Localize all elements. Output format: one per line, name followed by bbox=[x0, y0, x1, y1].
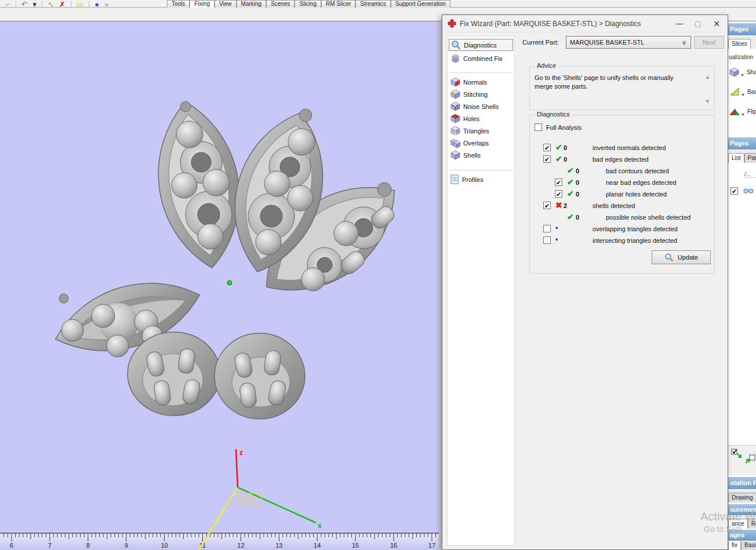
tab-list[interactable]: List bbox=[728, 153, 744, 163]
sidebar-item-stitching[interactable]: Stitching bbox=[449, 88, 513, 100]
sidebar-item-holes[interactable]: Holes bbox=[449, 112, 513, 125]
dropdown-arrow-icon[interactable]: ▼ bbox=[741, 93, 745, 97]
tab-view[interactable]: View bbox=[215, 0, 237, 8]
sidebar-item-normals[interactable]: Normals bbox=[449, 76, 513, 88]
visualization-section-label: ualization bbox=[729, 54, 753, 60]
diagnostic-label: shells detected bbox=[593, 202, 635, 209]
model-part-bottom-right[interactable] bbox=[215, 333, 305, 419]
tab-support-generation[interactable]: Support Generation bbox=[391, 0, 450, 8]
diagnostic-row: ✔✔0bad edges detected bbox=[530, 154, 714, 166]
delete-mark-icon[interactable]: ✗ bbox=[59, 1, 66, 8]
vis-button-label: Flipp bbox=[747, 108, 756, 115]
dropdown-arrow-icon[interactable]: ▼ bbox=[741, 112, 745, 116]
selection-toolbar bbox=[728, 445, 756, 475]
cube-shells-icon bbox=[450, 150, 460, 160]
fix-wizard-dialog: Fix Wizard (Part: MARQUISE BASKET-STL) >… bbox=[442, 14, 728, 550]
sphere-grey-icon[interactable]: ● bbox=[104, 1, 109, 8]
viewport-3d[interactable]: 67891011121314151617 z x WCS bbox=[0, 21, 439, 550]
tab-slices[interactable]: Slices bbox=[728, 39, 751, 49]
sidebar-item-label: Stitching bbox=[463, 91, 488, 98]
folder-icon[interactable]: ▭ bbox=[77, 1, 83, 8]
diagnostic-checkbox[interactable] bbox=[543, 236, 551, 244]
diagnostic-label: overlapping triangles detected bbox=[593, 225, 678, 232]
axis-z-label: z bbox=[239, 449, 243, 457]
vis-button-shad[interactable]: ▼Shad bbox=[729, 63, 756, 81]
mark-icon[interactable]: ➴ bbox=[48, 1, 54, 8]
current-part-dropdown[interactable]: MARQUISE BASKET-STL ∨ bbox=[566, 36, 691, 49]
tab-marking[interactable]: Marking bbox=[237, 0, 267, 8]
close-button[interactable]: ✕ bbox=[708, 16, 725, 31]
dropdown-arrow-icon[interactable]: ▼ bbox=[740, 73, 744, 77]
diagnostic-label: possible noise shells detected bbox=[606, 214, 690, 221]
tab-basic[interactable]: Basic bbox=[741, 541, 756, 550]
tab-tools[interactable]: Tools bbox=[167, 0, 190, 8]
annotation-pages-header[interactable]: otation Pa bbox=[728, 477, 756, 489]
vis-button-flipp[interactable]: ▼Flipp bbox=[729, 103, 756, 120]
axis-x-label: x bbox=[318, 522, 322, 530]
model-part-left-leaf[interactable] bbox=[147, 96, 251, 274]
tab-fix[interactable]: fix bbox=[728, 541, 741, 550]
vis-button-label: Shad bbox=[747, 69, 756, 75]
select-hidden-icon[interactable] bbox=[743, 454, 756, 468]
tab-streamics[interactable]: Streamics bbox=[355, 0, 390, 8]
sidebar-item-noise-shells[interactable]: Noise Shells bbox=[449, 100, 513, 112]
vis-button-bad[interactable]: ▼Bad bbox=[729, 83, 756, 100]
diagnostic-row: ✔0possible noise shells detected bbox=[530, 212, 714, 224]
sphere-blue-icon[interactable]: ● bbox=[94, 1, 99, 8]
tab-fixing[interactable]: Fixing bbox=[190, 0, 215, 8]
sidebar-item-shells[interactable]: Shells bbox=[449, 149, 513, 161]
update-label: Update bbox=[678, 254, 698, 261]
wand-icon[interactable]: ⌐ bbox=[6, 1, 10, 8]
dropdown-arrow-icon[interactable]: ▾ bbox=[33, 1, 37, 8]
scroll-up-icon[interactable]: ▲ bbox=[703, 72, 712, 82]
minimize-button[interactable]: — bbox=[671, 16, 688, 31]
sidebar-item-label: Holes bbox=[463, 115, 479, 122]
sidebar-item-label: Shells bbox=[463, 152, 481, 159]
tab-drawing[interactable]: Drawing bbox=[728, 493, 756, 502]
diagnostic-checkbox[interactable]: ✔ bbox=[555, 190, 562, 198]
full-analysis-checkbox[interactable] bbox=[535, 123, 542, 131]
diagnostic-row: ✔✔0near bad edges detected bbox=[530, 177, 714, 189]
diagnostic-count: 2 bbox=[564, 202, 567, 209]
sidebar-item-combined-fix[interactable]: Combined Fix bbox=[449, 52, 513, 64]
toolbar-separator bbox=[71, 1, 71, 8]
diagnostic-checkbox[interactable]: ✔ bbox=[555, 179, 562, 186]
viewport-canvas[interactable]: 67891011121314151617 z x WCS bbox=[0, 21, 439, 550]
ribbon-tabs: ToolsFixingViewMarkingScenesSlicingRM Sl… bbox=[167, 0, 450, 8]
status-cross-icon: ✖ bbox=[555, 201, 562, 210]
diagnostics-groupbox: Diagnostics Full Analysis ✔✔0inverted no… bbox=[529, 115, 715, 274]
update-button[interactable]: Update bbox=[652, 250, 711, 264]
sidebar-item-overlaps[interactable]: Overlaps bbox=[449, 137, 513, 149]
diagnostic-checkbox[interactable] bbox=[543, 225, 551, 232]
sidebar-item-triangles[interactable]: Triangles bbox=[449, 125, 513, 137]
tab-rm-slicer[interactable]: RM Slicer bbox=[321, 0, 355, 8]
status-dot-icon: • bbox=[555, 224, 558, 232]
pages-panel-header-2[interactable]: Pages bbox=[728, 137, 756, 150]
diagnostic-checkbox[interactable]: ✔ bbox=[543, 144, 551, 151]
tab-part[interactable]: Part bbox=[744, 153, 756, 163]
toolbar-separator bbox=[89, 1, 89, 8]
sidebar-item-profiles[interactable]: Profiles bbox=[449, 173, 513, 185]
part-list-column-header: /... bbox=[744, 171, 756, 178]
sidebar-item-label: Diagnostics bbox=[464, 42, 497, 49]
next-button[interactable]: Next bbox=[694, 36, 724, 49]
sidebar-item-diagnostics[interactable]: Diagnostics bbox=[449, 39, 513, 51]
diagnostic-checkbox[interactable]: ✔ bbox=[543, 155, 551, 163]
part-visible-checkbox[interactable]: ✔ bbox=[730, 185, 738, 196]
tab-slicing[interactable]: Slicing bbox=[295, 0, 321, 8]
undo-icon[interactable]: ↶ bbox=[21, 1, 28, 8]
dialog-titlebar[interactable]: Fix Wizard (Part: MARQUISE BASKET-STL) >… bbox=[442, 15, 728, 32]
select-shown-icon[interactable] bbox=[730, 448, 743, 462]
tab-scenes[interactable]: Scenes bbox=[266, 0, 295, 8]
diagnostic-label: near bad edges detected bbox=[606, 179, 677, 186]
advice-groupbox: Advice Go to the 'Shells' page to unify … bbox=[529, 66, 715, 110]
glasses-icon bbox=[743, 186, 754, 196]
diagnostic-count: 0 bbox=[564, 156, 567, 163]
scroll-down-icon[interactable]: ▼ bbox=[703, 97, 712, 106]
wcs-label: WCS bbox=[241, 496, 256, 502]
model-part-bottom-middle[interactable] bbox=[128, 332, 220, 416]
pages-panel-header[interactable]: Pages bbox=[728, 23, 756, 35]
diagnostic-checkbox[interactable]: ✔ bbox=[543, 202, 551, 209]
ruler-number: 16 bbox=[390, 542, 397, 549]
maximize-button[interactable]: ▢ bbox=[689, 16, 707, 31]
